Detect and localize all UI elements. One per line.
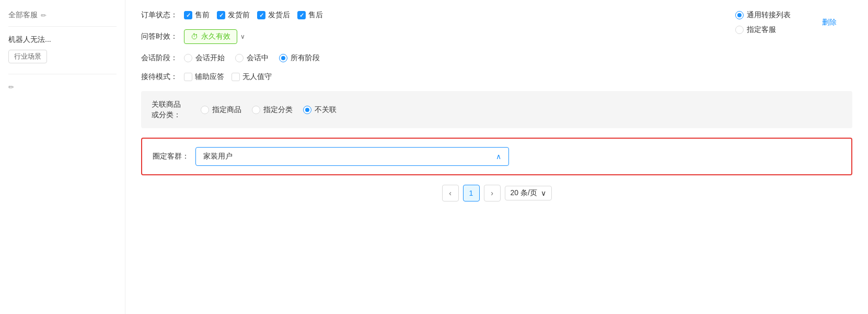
page-size-selector[interactable]: 20 条/页 ∨ [505, 186, 552, 200]
edit-small-icon[interactable]: ✏ [8, 83, 14, 91]
all-service-label: 全部客服 ✏ [8, 10, 117, 20]
customer-group-select[interactable]: 家装用户 ∧ [195, 147, 509, 166]
separator2 [8, 74, 117, 74]
checkbox-after-sale[interactable] [297, 11, 306, 19]
session-stage-row: 会话阶段： 会话开始 会话中 所有阶段 [141, 53, 852, 63]
order-status-pre-sale[interactable]: 售前 [184, 10, 210, 20]
customer-group-label: 圈定客群： [153, 152, 189, 161]
session-stage-label: 会话阶段： [141, 53, 178, 63]
assisted-reply-option[interactable]: 辅助应答 [184, 72, 224, 82]
specific-category-label: 指定分类 [263, 105, 293, 115]
page-container: 全部客服 ✏ 机器人无法... 行业场景 ✏ 订单状态： 售前 发货前 [0, 0, 868, 314]
validity-value: 永久有效 [201, 32, 230, 41]
industry-tag[interactable]: 行业场景 [8, 50, 47, 63]
no-association-option[interactable]: 不关联 [303, 105, 337, 115]
qa-validity-label: 问答时效： [141, 32, 178, 41]
order-status-post-ship[interactable]: 发货后 [257, 10, 290, 20]
unattended-option[interactable]: 无人值守 [232, 72, 272, 82]
prev-page-button[interactable]: ‹ [442, 185, 459, 201]
edit-icon[interactable]: ✏ [41, 12, 47, 19]
right-panel: 通用转接列表 指定客服 删除 [735, 10, 837, 35]
order-status-after-sale[interactable]: 售后 [297, 10, 323, 20]
product-options-group: 指定商品 指定分类 不关联 [201, 105, 337, 115]
page-size-label: 20 条/页 [511, 188, 537, 198]
page-size-arrow: ∨ [541, 189, 546, 197]
pagination: ‹ 1 › 20 条/页 ∨ [141, 185, 852, 201]
unattended-label: 无人值守 [242, 72, 272, 82]
session-stage-group: 会话开始 会话中 所有阶段 [184, 53, 320, 63]
session-all-option[interactable]: 所有阶段 [279, 53, 320, 63]
validity-dropdown-arrow[interactable]: ∨ [240, 33, 245, 40]
specific-service-option[interactable]: 指定客服 [735, 25, 776, 35]
universal-list-label: 通用转接列表 [747, 10, 791, 20]
product-label: 关联商品 或分类： [152, 99, 188, 120]
checkbox-unattended[interactable] [232, 73, 240, 81]
order-status-pre-ship[interactable]: 发货前 [217, 10, 250, 20]
current-page-button[interactable]: 1 [463, 185, 480, 201]
product-section: 关联商品 或分类： 指定商品 指定分类 不关联 [141, 91, 852, 128]
customer-group-box: 圈定客群： 家装用户 ∧ [141, 138, 852, 175]
specific-service-label: 指定客服 [747, 25, 776, 35]
validity-selector: ⏱ 永久有效 ∨ [184, 29, 245, 44]
session-all-label: 所有阶段 [291, 53, 320, 63]
pre-sale-label: 售前 [195, 10, 210, 20]
specific-product-label: 指定商品 [212, 105, 241, 115]
transfer-options-group: 通用转接列表 指定客服 [735, 10, 791, 35]
clock-icon: ⏱ [191, 32, 198, 41]
after-sale-label: 售后 [308, 10, 323, 20]
radio-specific-category[interactable] [252, 106, 260, 114]
universal-list-option[interactable]: 通用转接列表 [735, 10, 791, 20]
reception-mode-group: 辅助应答 无人值守 [184, 72, 272, 82]
checkbox-pre-ship[interactable] [217, 11, 225, 19]
specific-product-option[interactable]: 指定商品 [201, 105, 241, 115]
specific-category-option[interactable]: 指定分类 [252, 105, 293, 115]
pre-ship-label: 发货前 [228, 10, 250, 20]
assisted-reply-label: 辅助应答 [195, 72, 224, 82]
validity-button[interactable]: ⏱ 永久有效 [184, 29, 237, 44]
radio-no-association[interactable] [303, 106, 311, 114]
session-start-label: 会话开始 [195, 53, 225, 63]
session-in-progress-label: 会话中 [247, 53, 269, 63]
order-status-label: 订单状态： [141, 10, 178, 20]
post-ship-label: 发货后 [268, 10, 290, 20]
radio-specific-service[interactable] [735, 26, 744, 34]
checkbox-pre-sale[interactable] [184, 11, 192, 19]
order-status-group: 售前 发货前 发货后 售后 [184, 10, 323, 20]
checkbox-post-ship[interactable] [257, 11, 265, 19]
reception-mode-row: 接待模式： 辅助应答 无人值守 [141, 72, 852, 82]
session-in-progress-option[interactable]: 会话中 [235, 53, 269, 63]
delete-button[interactable]: 删除 [822, 18, 837, 27]
radio-session-all[interactable] [279, 54, 287, 62]
radio-session-in-progress[interactable] [235, 54, 244, 62]
sidebar: 全部客服 ✏ 机器人无法... 行业场景 ✏ [0, 0, 125, 314]
reception-mode-label: 接待模式： [141, 72, 178, 82]
session-start-option[interactable]: 会话开始 [184, 53, 225, 63]
next-page-button[interactable]: › [484, 185, 501, 201]
separator [8, 26, 117, 27]
radio-specific-product[interactable] [201, 106, 209, 114]
main-content: 订单状态： 售前 发货前 发货后 售后 [125, 0, 868, 314]
customer-group-value: 家装用户 [203, 152, 233, 161]
chevron-up-icon: ∧ [496, 152, 501, 161]
radio-session-start[interactable] [184, 54, 192, 62]
no-association-label: 不关联 [315, 105, 337, 115]
checkbox-assisted-reply[interactable] [184, 73, 192, 81]
robot-label: 机器人无法... [8, 35, 117, 44]
radio-universal-list[interactable] [735, 11, 744, 19]
